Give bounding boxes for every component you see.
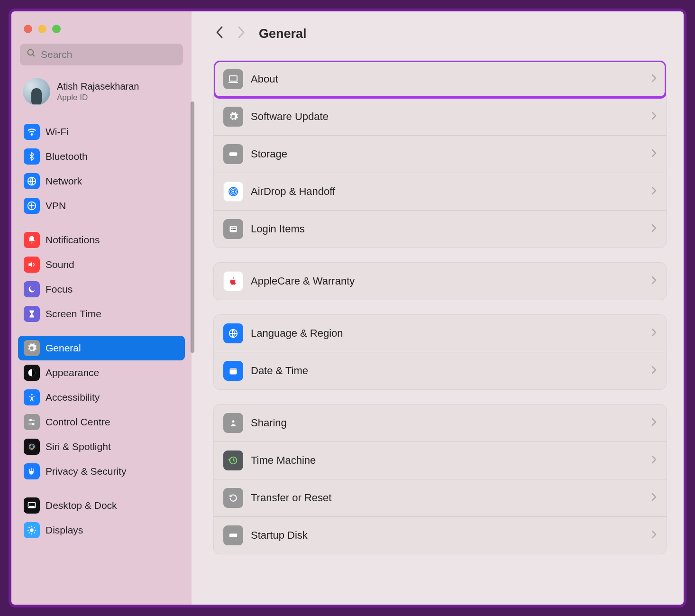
- avatar: [23, 78, 50, 105]
- chevron-right-icon: [651, 275, 657, 287]
- disk-icon: [223, 144, 243, 164]
- wifi-icon: [24, 124, 40, 140]
- sidebar-item-desktop[interactable]: Desktop & Dock: [18, 493, 185, 518]
- sidebar-item-label: VPN: [46, 200, 66, 211]
- sidebar-scrollbar[interactable]: [191, 101, 194, 353]
- sidebar-item-label: Privacy & Security: [46, 466, 126, 477]
- svg-point-28: [231, 154, 232, 155]
- chevron-right-icon: [651, 417, 657, 429]
- row-airdrop[interactable]: AirDrop & Handoff: [214, 173, 666, 210]
- svg-line-1: [33, 55, 35, 56]
- svg-point-9: [30, 419, 31, 421]
- search-box[interactable]: [20, 44, 183, 65]
- sidebar-item-wifi[interactable]: Wi-Fi: [18, 120, 185, 144]
- svg-point-43: [231, 535, 232, 536]
- row-label: Language & Region: [251, 327, 651, 340]
- chevron-right-icon: [651, 327, 657, 340]
- svg-line-23: [29, 533, 30, 533]
- close-icon[interactable]: [24, 25, 32, 33]
- row-applecare[interactable]: AppleCare & Warranty: [214, 263, 666, 300]
- svg-line-21: [29, 527, 30, 528]
- row-login[interactable]: Login Items: [214, 210, 666, 248]
- sidebar-item-label: Desktop & Dock: [46, 500, 117, 511]
- globe-icon: [223, 323, 243, 343]
- sidebar-item-controlcentre[interactable]: Control Centre: [18, 410, 185, 434]
- apple-icon: [223, 271, 243, 291]
- sidebar-item-displays[interactable]: Displays: [18, 518, 185, 542]
- apple-id-row[interactable]: Atish Rajasekharan Apple ID: [18, 74, 185, 115]
- back-button[interactable]: [209, 23, 230, 45]
- row-about[interactable]: About: [214, 61, 666, 98]
- bell-icon: [24, 232, 40, 248]
- sidebar-item-label: Notifications: [46, 234, 100, 246]
- svg-point-0: [28, 50, 34, 55]
- sidebar-item-bluetooth[interactable]: Bluetooth: [18, 144, 185, 169]
- row-language[interactable]: Language & Region: [214, 315, 666, 352]
- sidebar-item-siri[interactable]: Siri & Spotlight: [18, 434, 185, 459]
- sidebar-item-screentime[interactable]: Screen Time: [18, 302, 185, 326]
- contrast-icon: [24, 365, 40, 381]
- chevron-right-icon: [651, 529, 657, 542]
- settings-window: Atish Rajasekharan Apple ID Wi-FiBluetoo…: [9, 9, 686, 607]
- search-icon: [27, 48, 36, 61]
- sidebar-item-accessibility[interactable]: Accessibility: [18, 385, 185, 410]
- row-datetime[interactable]: Date & Time: [214, 352, 666, 389]
- sun-icon: [24, 522, 40, 538]
- sidebar-item-network[interactable]: Network: [18, 169, 185, 193]
- page-title: General: [259, 27, 307, 41]
- row-timemachine[interactable]: Time Machine: [214, 441, 666, 479]
- row-label: Storage: [251, 148, 651, 160]
- sidebar-item-general[interactable]: General: [18, 336, 185, 360]
- svg-point-16: [30, 528, 33, 532]
- sidebar-item-label: Appearance: [46, 367, 99, 378]
- row-software[interactable]: Software Update: [214, 98, 666, 135]
- chevron-right-icon: [651, 110, 657, 123]
- vpn-icon: [24, 198, 40, 214]
- main-panel: General AboutSoftware UpdateStorageAirDr…: [192, 11, 684, 605]
- sidebar-item-label: Network: [46, 175, 82, 187]
- sidebar-item-label: Screen Time: [46, 308, 101, 320]
- svg-rect-33: [231, 228, 232, 229]
- svg-rect-39: [230, 368, 237, 370]
- reset-icon: [223, 488, 243, 508]
- svg-line-24: [34, 527, 35, 528]
- search-input[interactable]: [41, 49, 176, 60]
- sidebar-item-sound[interactable]: Sound: [18, 252, 185, 277]
- sidebar-item-label: Displays: [46, 524, 83, 536]
- row-transfer[interactable]: Transfer or Reset: [214, 479, 666, 516]
- row-label: Date & Time: [251, 365, 651, 377]
- list-icon: [223, 219, 243, 239]
- speaker-icon: [24, 257, 40, 273]
- hand-icon: [24, 463, 40, 479]
- sidebar-item-label: Siri & Spotlight: [46, 441, 111, 452]
- row-startup[interactable]: Startup Disk: [214, 516, 666, 554]
- cal-icon: [223, 361, 243, 381]
- globe-icon: [24, 173, 40, 189]
- window-controls: [18, 23, 185, 43]
- sidebar-item-label: Accessibility: [46, 392, 100, 403]
- sidebar-item-privacy[interactable]: Privacy & Security: [18, 459, 185, 484]
- sidebar-item-focus[interactable]: Focus: [18, 277, 185, 302]
- minimize-icon[interactable]: [38, 25, 46, 33]
- row-label: Time Machine: [251, 454, 651, 467]
- header: General: [209, 23, 667, 45]
- chevron-right-icon: [651, 223, 657, 235]
- share-icon: [223, 413, 243, 433]
- svg-rect-36: [232, 229, 236, 230]
- sidebar-item-vpn[interactable]: VPN: [18, 193, 185, 218]
- moon-icon: [24, 281, 40, 297]
- row-label: Login Items: [251, 223, 651, 235]
- chevron-right-icon: [651, 454, 657, 467]
- sliders-icon: [24, 414, 40, 430]
- chevron-right-icon: [651, 148, 657, 160]
- sidebar-item-appearance[interactable]: Appearance: [18, 360, 185, 385]
- dock-icon: [24, 497, 40, 514]
- sidebar-item-notifications[interactable]: Notifications: [18, 228, 185, 252]
- svg-rect-25: [229, 76, 237, 81]
- svg-point-2: [31, 134, 33, 135]
- fullscreen-icon[interactable]: [52, 25, 61, 33]
- row-storage[interactable]: Storage: [214, 135, 666, 173]
- access-icon: [24, 389, 40, 405]
- gear-icon: [24, 340, 40, 356]
- row-sharing[interactable]: Sharing: [214, 405, 666, 441]
